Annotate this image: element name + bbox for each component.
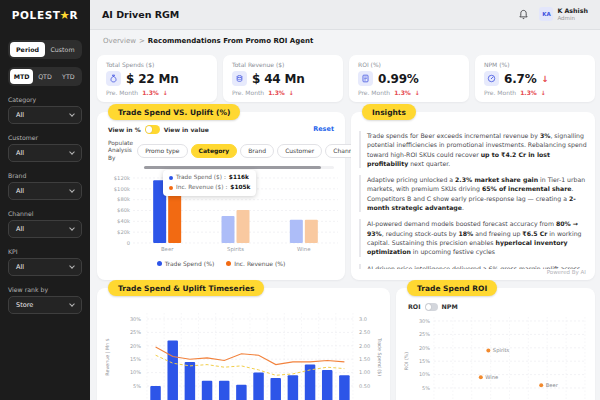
filter-value: All	[16, 187, 24, 195]
chevron-down-icon	[69, 263, 75, 269]
svg-text:ROI (%): ROI (%)	[404, 351, 409, 369]
logo-text-suffix: R	[70, 9, 79, 21]
filter-label: Brand	[8, 172, 82, 179]
svg-text:$20k: $20k	[117, 229, 130, 235]
svg-text:25%: 25%	[419, 331, 430, 337]
timeseries-bar-9[interactable]	[288, 375, 299, 400]
chip-brand[interactable]: Brand	[240, 144, 274, 158]
chevron-down-icon	[69, 225, 75, 231]
down-arrow-icon: ↓	[289, 89, 294, 96]
filter-value: Store	[16, 301, 33, 309]
scatter-point-beer[interactable]	[539, 383, 543, 387]
timeseries-bar-12[interactable]	[339, 375, 350, 400]
timeseries-bar-7[interactable]	[253, 373, 263, 400]
bar-wine-inc-revenue[interactable]	[305, 220, 318, 243]
scatter-point-spirits[interactable]	[486, 348, 490, 352]
user-menu[interactable]: KA K Ashish Admin	[539, 7, 588, 21]
svg-text:$80k: $80k	[117, 197, 130, 203]
filter-label: Category	[8, 96, 82, 103]
panel-title-pill: Trade Spend ROI	[407, 280, 497, 296]
filter-label: View rank by	[8, 286, 82, 293]
view-mode-toggle[interactable]	[145, 125, 160, 134]
chevron-down-icon	[69, 111, 75, 117]
revenue-coins-icon	[232, 71, 247, 86]
scatter-point-wine[interactable]	[479, 375, 483, 379]
kpi-value: $ 44 Mn	[252, 72, 305, 86]
mode-tab-custom[interactable]: Custom	[45, 42, 80, 57]
npm-gauge-icon	[484, 71, 499, 86]
insight-paragraph: Adaptive pricing unlocked a 2.3% market …	[359, 175, 587, 212]
kpi-value: 0.99%	[378, 72, 419, 86]
user-name: K Ashish	[557, 7, 588, 15]
kpi-delta: Pre. Month1.3%↓	[106, 89, 208, 96]
filter-select-brand[interactable]: All	[8, 182, 82, 200]
breadcrumb-separator: >	[139, 37, 145, 45]
tooltip-row: Inc. Revenue ($) :$105k	[169, 183, 250, 193]
chip-category[interactable]: Category	[191, 144, 238, 158]
filter-kpi: KPIAll	[8, 248, 82, 276]
delta-value: 1.3%	[394, 89, 411, 96]
filter-select-channel[interactable]: All	[8, 220, 82, 238]
svg-text:Beer: Beer	[161, 246, 174, 252]
timeseries-bar-3[interactable]	[185, 362, 196, 400]
timeseries-bar-6[interactable]	[236, 385, 247, 400]
breadcrumb-root[interactable]: Overview	[103, 37, 136, 45]
chips-scrollbar-thumb[interactable]	[144, 166, 321, 169]
timeseries-bar-11[interactable]	[322, 370, 333, 400]
legend-label: Inc. Revenue (%)	[234, 260, 285, 267]
sidebar: PeriodCustom MTDQTDYTD CategoryAllCustom…	[0, 0, 90, 400]
filter-select-category[interactable]: All	[8, 106, 82, 124]
delta-value: 1.3%	[520, 89, 537, 96]
delta-label: Pre. Month	[484, 89, 516, 96]
down-arrow-icon: ↓	[415, 89, 420, 96]
delta-value: 1.3%	[268, 89, 285, 96]
filter-view-rank-by: View rank byStore	[8, 286, 82, 314]
kpi-row: Total Spends ($)$ 22 MnPre. Month1.3%↓To…	[97, 55, 595, 102]
timeseries-bar-4[interactable]	[202, 381, 213, 400]
panel-title-pill: Trade Spend & Uplift Timeseries	[108, 280, 264, 296]
range-tab-ytd[interactable]: YTD	[57, 69, 80, 84]
insight-paragraph: AI-powered demand models boosted forecas…	[359, 219, 587, 256]
breadcrumb: Overview > Recommendations From Promo RO…	[103, 37, 313, 45]
timeseries-bar-5[interactable]	[219, 381, 230, 400]
timeseries-combo-chart: 30%3.025%2.5020%2.0015%1.5010%1.005%0.50…	[101, 305, 386, 400]
filter-brand: BrandAll	[8, 172, 82, 200]
svg-text:30%: 30%	[130, 316, 141, 322]
trade-spend-roi-scatter-chart: 30%25%20%15%10%5%SpiritsWineBeerROI (%)	[402, 313, 589, 400]
chip-customer[interactable]: Customer	[277, 144, 322, 158]
notification-bell-icon[interactable]	[518, 9, 529, 20]
filter-channel: ChannelAll	[8, 210, 82, 238]
range-tab-qtd[interactable]: QTD	[33, 69, 56, 84]
logo-text: POLEST	[12, 9, 61, 21]
kpi-label: Total Revenue ($)	[232, 61, 334, 68]
timeseries-bar-2[interactable]	[167, 340, 178, 400]
roi-npm-toggle[interactable]	[425, 303, 438, 311]
range-tab-mtd[interactable]: MTD	[10, 69, 33, 84]
filter-select-view-rank-by[interactable]: Store	[8, 296, 82, 314]
down-arrow-icon: ↓	[541, 74, 548, 84]
timeseries-bar-1[interactable]	[150, 386, 161, 400]
svg-text:15%: 15%	[419, 358, 430, 364]
kpi-label: ROI (%)	[358, 61, 460, 68]
reset-button[interactable]: Reset	[313, 125, 334, 133]
kpi-delta: Pre. Month1.3%↓	[232, 89, 334, 96]
filter-select-customer[interactable]: All	[8, 144, 82, 162]
timeseries-bar-8[interactable]	[270, 378, 281, 400]
bar-spirits-trade-spend[interactable]	[222, 216, 235, 243]
legend-label: Trade Spend (%)	[165, 260, 215, 267]
svg-text:1.00: 1.00	[359, 369, 370, 375]
svg-text:Revenue | Mn $: Revenue | Mn $	[105, 338, 111, 375]
mode-tab-period[interactable]: Period	[10, 42, 45, 57]
svg-text:Spirits: Spirits	[227, 246, 244, 253]
breadcrumb-current: Recommendations From Promo ROI Agent	[148, 37, 313, 45]
bar-wine-trade-spend[interactable]	[290, 220, 303, 243]
svg-text:1.50: 1.50	[359, 356, 370, 362]
chip-promo-type[interactable]: Promo type	[137, 144, 187, 158]
bar-spirits-inc-revenue[interactable]	[237, 210, 250, 243]
kpi-card-total-spends: Total Spends ($)$ 22 MnPre. Month1.3%↓	[97, 55, 217, 102]
filter-select-kpi[interactable]: All	[8, 258, 82, 276]
chart-tooltip: Trade Spend ($) :$116kInc. Revenue ($) :…	[163, 170, 256, 196]
svg-text:5%: 5%	[133, 383, 141, 389]
tooltip-value: $116k	[229, 173, 249, 183]
svg-text:Wine: Wine	[485, 374, 498, 380]
